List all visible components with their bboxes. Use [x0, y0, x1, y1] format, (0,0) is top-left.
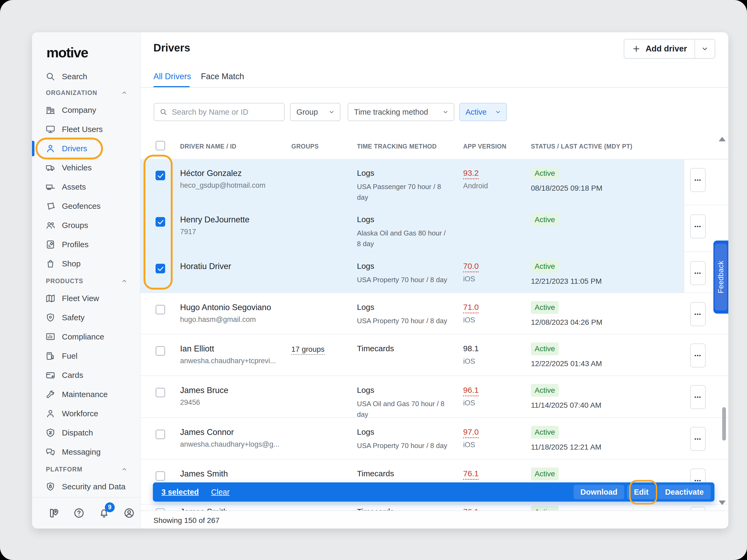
clear-selection-link[interactable]: Clear	[211, 488, 229, 497]
driver-name: Henry DeJournette	[180, 215, 250, 224]
app-version[interactable]: 76.1	[463, 469, 479, 480]
row-checkbox[interactable]	[156, 471, 165, 481]
sidebar-item-drivers[interactable]: Drivers	[32, 139, 140, 158]
column-groups[interactable]: GROUPS	[291, 143, 319, 150]
row-menu-button[interactable]	[690, 507, 706, 510]
sidebar-item-compliance[interactable]: Compliance	[32, 327, 140, 346]
sidebar-item-label: Vehicles	[62, 163, 92, 172]
sidebar-item-geofences[interactable]: Geofences	[32, 196, 140, 216]
feedback-tab[interactable]: Feedback	[713, 241, 728, 314]
app-version[interactable]: 70.0	[463, 262, 479, 272]
sidebar-section-platform[interactable]: PLATFORM	[32, 461, 140, 477]
compliance-icon	[45, 332, 55, 342]
sidebar-item-cards[interactable]: Cards	[32, 366, 140, 385]
select-all-checkbox[interactable]	[156, 141, 165, 151]
sidebar-item-workforce[interactable]: Workforce	[32, 404, 140, 423]
sidebar-item-label: Dispatch	[62, 428, 93, 437]
sidebar-item-fuel[interactable]: Fuel	[32, 346, 140, 366]
column-app-version[interactable]: APP VERSION	[463, 143, 506, 150]
row-checkbox[interactable]	[156, 264, 165, 273]
sidebar-item-safety[interactable]: Safety	[32, 308, 140, 327]
account-icon[interactable]	[123, 507, 135, 519]
app-version[interactable]: 93.2	[463, 168, 479, 179]
row-checkbox[interactable]	[156, 346, 165, 356]
sidebar-item-maintenance[interactable]: Maintenance	[32, 385, 140, 404]
row-menu-button[interactable]	[690, 385, 706, 409]
row-checkbox[interactable]	[156, 430, 165, 439]
dispatch-icon	[45, 428, 55, 438]
row-checkbox[interactable]	[156, 508, 165, 510]
add-driver-menu-button[interactable]	[695, 39, 715, 58]
profiles-icon	[45, 239, 55, 249]
driver-search-box	[154, 103, 285, 121]
row-checkbox[interactable]	[156, 388, 165, 397]
edit-button[interactable]: Edit	[627, 485, 655, 499]
row-checkbox[interactable]	[156, 217, 165, 227]
row-menu-button[interactable]	[690, 427, 706, 451]
sidebar-item-groups[interactable]: Groups	[32, 216, 140, 235]
sidebar-item-fleet-users[interactable]: Fleet Users	[32, 120, 140, 139]
sidebar-item-profiles[interactable]: Profiles	[32, 235, 140, 254]
app-platform: Android	[463, 182, 488, 190]
map-book-icon[interactable]	[48, 507, 60, 519]
sidebar-item-fleet-view[interactable]: Fleet View	[32, 289, 140, 308]
status-filter[interactable]: Active	[459, 103, 507, 121]
app-version[interactable]: 71.0	[463, 303, 479, 313]
groups-link[interactable]: 17 groups	[291, 345, 325, 355]
scrollbar-up-button[interactable]	[719, 137, 726, 141]
app-version[interactable]: 76.1	[463, 507, 479, 510]
column-time-tracking[interactable]: TIME TRACKING METHOD	[357, 143, 437, 150]
tabs-divider	[140, 87, 728, 88]
scrollbar-thumb[interactable]	[722, 407, 726, 441]
app-platform: iOS	[463, 275, 475, 283]
selected-count-link[interactable]: 3 selected	[161, 488, 199, 497]
row-checkbox[interactable]	[156, 305, 165, 314]
row-menu-button[interactable]	[690, 261, 706, 285]
time-tracking-filter[interactable]: Time tracking method	[347, 103, 454, 121]
row-menu-button[interactable]	[690, 168, 706, 192]
app-version[interactable]: 96.1	[463, 385, 479, 396]
app-version[interactable]: 97.0	[463, 427, 479, 438]
sidebar-item-shop[interactable]: Shop	[32, 254, 140, 273]
tab-all-drivers[interactable]: All Drivers	[153, 72, 191, 81]
row-menu-button[interactable]	[690, 344, 706, 368]
row-menu-button[interactable]	[690, 302, 706, 326]
column-driver-name[interactable]: DRIVER NAME / ID	[180, 143, 236, 150]
group-filter[interactable]: Group	[290, 103, 340, 121]
sidebar-section-organization[interactable]: ORGANIZATION	[32, 85, 140, 101]
search-input[interactable]	[171, 107, 279, 117]
sidebar-item-assets[interactable]: Assets	[32, 177, 140, 196]
add-driver-button[interactable]: Add driver	[624, 39, 694, 58]
sidebar-item-company[interactable]: Company	[32, 101, 140, 120]
scrollbar-down-button[interactable]	[719, 501, 726, 505]
notifications-icon[interactable]: 9	[98, 507, 110, 519]
row-menu-button[interactable]	[690, 214, 706, 238]
feedback-label: Feedback	[715, 244, 727, 311]
time-tracking-ruleset: USA Property 70 hour / 8 day	[357, 440, 447, 451]
safety-icon	[45, 313, 55, 323]
driver-name: Ian Elliott	[180, 344, 214, 354]
download-button[interactable]: Download	[573, 485, 624, 499]
column-status[interactable]: STATUS / LAST ACTIVE (MDY PT)	[531, 143, 632, 150]
sidebar-section-products[interactable]: PRODUCTS	[32, 273, 140, 289]
last-active-date: 12/08/2023 04:26 PM	[531, 318, 602, 327]
sidebar-item-search[interactable]: Search	[32, 68, 140, 85]
section-label: ORGANIZATION	[46, 89, 97, 97]
sidebar-item-messaging[interactable]: Messaging	[32, 443, 140, 461]
app-platform: iOS	[463, 316, 475, 324]
sidebar-item-security-and-data[interactable]: Security and Data	[32, 477, 140, 496]
help-icon[interactable]	[73, 507, 85, 519]
row-checkbox[interactable]	[156, 171, 165, 180]
status-badge: Active	[531, 342, 559, 355]
driver-id: hugo.hasm@gmail.com	[180, 316, 256, 324]
main-content: Drivers Add driver All Drivers Face Matc…	[140, 32, 728, 529]
sidebar-item-vehicles[interactable]: Vehicles	[32, 158, 140, 177]
driver-name: Hugo Antonio Segoviano	[180, 303, 271, 312]
deactivate-button[interactable]: Deactivate	[658, 485, 711, 499]
driver-name: Héctor Gonzalez	[180, 168, 242, 178]
app-platform: iOS	[463, 441, 475, 449]
sidebar-item-label: Security and Data	[62, 482, 125, 491]
last-active-date: 08/18/2025 09:18 PM	[531, 184, 602, 192]
sidebar-item-dispatch[interactable]: Dispatch	[32, 423, 140, 443]
tab-face-match[interactable]: Face Match	[201, 72, 244, 81]
